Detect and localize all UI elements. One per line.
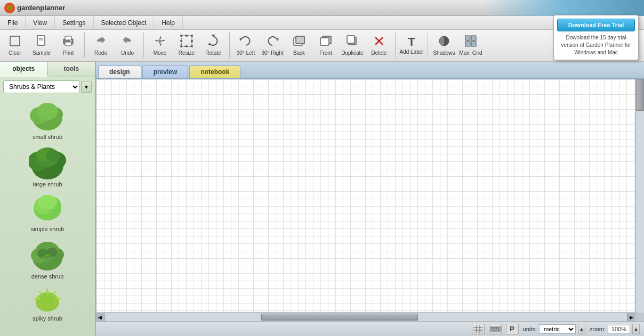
front-icon <box>319 35 332 49</box>
small-shrub-label: small shrub <box>33 134 62 140</box>
small-shrub-icon <box>29 101 66 133</box>
zoom-arrow[interactable]: ▲ <box>632 324 640 334</box>
tab-notebook[interactable]: notebook <box>189 65 240 78</box>
svg-point-20 <box>186 45 188 47</box>
delete-button[interactable]: Delete <box>366 31 392 59</box>
print-icon <box>62 35 75 49</box>
units-dropdown[interactable]: metric imperial <box>539 324 576 334</box>
label-p-icon[interactable]: P <box>506 324 519 334</box>
tab-design[interactable]: design <box>98 65 141 78</box>
svg-point-16 <box>191 35 193 37</box>
svg-rect-38 <box>471 42 476 46</box>
simple-shrub-label: simple shrub <box>31 226 64 232</box>
grid-icon[interactable] <box>472 324 485 334</box>
main-area: objects tools Shrubs & Plants ▼ small sh… <box>0 62 644 336</box>
svg-marker-63 <box>46 286 49 294</box>
list-item[interactable]: spiky shrub <box>10 283 85 324</box>
svg-marker-9 <box>160 44 162 46</box>
svg-point-22 <box>191 40 193 42</box>
clear-icon <box>9 35 21 49</box>
simple-shrub-icon <box>29 193 66 225</box>
resize-icon <box>180 35 193 49</box>
category-arrow[interactable]: ▼ <box>81 81 92 93</box>
svg-rect-37 <box>465 42 470 46</box>
ruler-icon[interactable] <box>489 324 502 334</box>
redo-button[interactable]: Redo <box>88 31 114 59</box>
menubar: File View Settings Selected Object Help <box>0 16 644 30</box>
svg-rect-36 <box>471 36 476 40</box>
titlebar-bg <box>484 0 644 16</box>
duplicate-icon <box>346 35 359 49</box>
spiky-shrub-label: spiky shrub <box>33 315 62 322</box>
rotate-button[interactable]: Rotate <box>200 31 226 59</box>
svg-marker-8 <box>160 36 162 38</box>
hscroll-left-button[interactable]: ◀ <box>96 313 104 322</box>
vertical-scrollbar[interactable] <box>635 79 644 313</box>
hscroll-track <box>104 313 627 321</box>
list-item[interactable]: simple shrub <box>10 191 85 234</box>
svg-point-42 <box>37 103 58 120</box>
redo-label: Redo <box>94 50 107 56</box>
grid-canvas[interactable] <box>96 79 635 313</box>
move-button[interactable]: Move <box>147 31 173 59</box>
print-button[interactable]: Print <box>55 31 81 59</box>
rotate-left-button[interactable]: 90° Left <box>233 31 259 59</box>
menu-settings[interactable]: Settings <box>55 16 93 29</box>
shadows-label: Shadows <box>433 50 455 56</box>
zoom-value: 100% <box>608 325 630 333</box>
hscroll-right-button[interactable]: ▶ <box>627 313 635 322</box>
separator-3 <box>229 32 230 58</box>
redo-icon <box>94 35 107 49</box>
rotate-right-button[interactable]: 90° Right <box>260 31 285 59</box>
sample-button[interactable]: Sample <box>29 31 54 59</box>
vertical-scrollbar-thumb[interactable] <box>636 79 644 111</box>
front-button[interactable]: Front <box>313 31 339 59</box>
rotate-left-label: 90° Left <box>237 50 255 56</box>
clear-label: Clear <box>9 50 21 56</box>
sample-icon <box>35 35 48 49</box>
list-item[interactable]: small shrub <box>10 99 85 142</box>
max-grid-button[interactable]: Max. Grid <box>458 31 484 59</box>
add-label-button[interactable]: T Add Label <box>399 31 424 59</box>
list-item[interactable]: large shrub <box>10 143 85 190</box>
menu-view[interactable]: View <box>26 16 55 29</box>
svg-rect-14 <box>181 36 192 46</box>
category-dropdown[interactable]: Shrubs & Plants <box>3 80 80 93</box>
menu-file[interactable]: File <box>0 16 26 29</box>
zoom-label: zoom: <box>590 326 606 332</box>
horizontal-scrollbar[interactable]: ◀ ▶ <box>96 313 635 321</box>
resize-button[interactable]: Resize <box>174 31 199 59</box>
tab-tools[interactable]: tools <box>48 62 95 77</box>
svg-point-52 <box>38 195 57 210</box>
svg-point-7 <box>70 40 72 42</box>
units-section: units: metric imperial ▲ <box>523 324 585 334</box>
tab-objects[interactable]: objects <box>0 62 48 77</box>
view-tabs: design preview notebook <box>96 62 644 79</box>
scroll-corner <box>635 313 644 321</box>
menu-help[interactable]: Help <box>154 16 183 29</box>
svg-point-15 <box>180 35 182 37</box>
svg-rect-27 <box>296 36 304 44</box>
hscroll-thumb[interactable] <box>261 314 418 321</box>
duplicate-button[interactable]: Duplicate <box>340 31 365 59</box>
front-label: Front <box>319 50 332 56</box>
duplicate-label: Duplicate <box>341 50 364 56</box>
canvas-area[interactable] <box>96 79 635 313</box>
svg-marker-23 <box>211 35 215 37</box>
back-label: Back <box>293 50 305 56</box>
svg-rect-6 <box>65 42 71 45</box>
download-popup: Download Free Trial Download the 15 day … <box>553 15 639 60</box>
menu-selected-object[interactable]: Selected Object <box>94 16 155 29</box>
back-button[interactable]: Back <box>286 31 312 59</box>
clear-button[interactable]: Clear <box>2 31 28 59</box>
svg-rect-5 <box>65 36 71 40</box>
units-arrow[interactable]: ▲ <box>578 324 585 334</box>
rotate-right-label: 90° Right <box>261 50 283 56</box>
undo-button[interactable]: Undo <box>115 31 140 59</box>
titlebar: 🌿 gardenplanner Download Free Trial Down… <box>0 0 644 16</box>
shadows-button[interactable]: Shadows <box>431 31 457 59</box>
download-button[interactable]: Download Free Trial <box>557 19 635 31</box>
app-logo: 🌿 gardenplanner <box>4 3 65 13</box>
tab-preview[interactable]: preview <box>142 65 189 78</box>
list-item[interactable]: dense shrub <box>10 235 85 282</box>
